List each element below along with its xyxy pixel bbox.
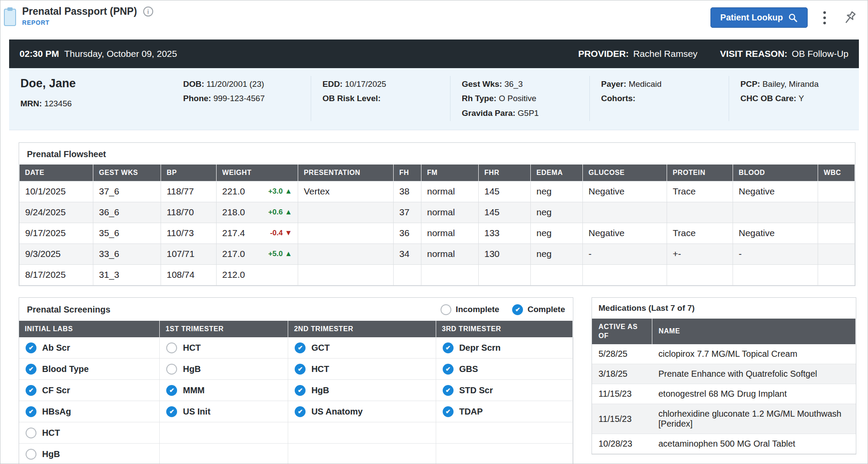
screenings-header-row: INITIAL LABS1ST TRIMESTER2ND TRIMESTER3R…	[19, 321, 573, 337]
screening-item: HCT	[26, 428, 153, 438]
visit-time: 02:30 PM	[20, 49, 59, 59]
flowsheet-column-header: BP	[161, 165, 217, 181]
report-type-label: REPORT	[22, 19, 153, 26]
cell-wbc	[818, 202, 855, 223]
screening-label: HgB	[42, 449, 60, 459]
cell-fm: normal	[421, 244, 479, 264]
screenings-column-header: 2ND TRIMESTER	[288, 321, 436, 337]
complete-icon: ✔	[166, 406, 177, 417]
cell-weight: 218.0+0.6 ▲	[217, 202, 298, 223]
field-value: G5P1	[518, 109, 539, 118]
field-label: CHC OB Care:	[740, 94, 799, 103]
screening-cell: ✔GCT	[288, 337, 436, 359]
patient-field: PCP: Bailey, Miranda	[740, 77, 848, 91]
screenings-column-header: INITIAL LABS	[19, 321, 160, 337]
cell-wbc	[818, 244, 855, 264]
complete-icon: ✔	[512, 304, 523, 315]
screening-label: US Init	[183, 407, 210, 417]
screening-cell	[288, 444, 436, 464]
legend-incomplete-label: Incomplete	[456, 305, 499, 314]
cell-fh: 37	[394, 202, 421, 223]
top-app-bar: Prenatal Passport (PNP) i REPORT Patient…	[0, 0, 868, 39]
complete-icon: ✔	[166, 385, 177, 396]
cell-glucose	[583, 264, 667, 285]
weight-value: 218.0	[222, 207, 245, 217]
screening-cell: ✔US Anatomy	[288, 401, 436, 422]
patient-lookup-button[interactable]: Patient Lookup	[710, 7, 808, 28]
field-value: Medicaid	[628, 79, 661, 89]
screening-item: ✔US Init	[166, 406, 281, 417]
patient-name: Doe, Jane	[20, 77, 161, 90]
cell-date: 10/1/2025	[20, 181, 93, 202]
field-label: Payer:	[601, 79, 628, 89]
screening-label: HBsAg	[42, 407, 71, 417]
weight-delta: +3.0 ▲	[268, 187, 292, 196]
visit-reason-label: VISIT REASON:	[720, 49, 787, 59]
cell-gest-wks: 31_3	[93, 264, 161, 285]
patient-field: CHC OB Care: Y	[740, 91, 848, 105]
screening-label: HCT	[42, 428, 60, 438]
cell-date: 8/17/2025	[20, 264, 93, 285]
info-icon[interactable]: i	[143, 7, 153, 16]
flowsheet-column-header: EDEMA	[531, 165, 583, 181]
mrn-label: MRN:	[20, 99, 42, 108]
weight-cell: 221.0+3.0 ▲	[222, 186, 292, 197]
cell-fhr: 145	[479, 181, 531, 202]
provider-label: PROVIDER:	[578, 49, 629, 59]
cell-weight: 212.0	[217, 264, 298, 285]
complete-icon: ✔	[295, 364, 306, 375]
patient-field: Gest Wks: 36_3	[462, 77, 578, 91]
incomplete-icon	[441, 304, 451, 315]
cell-fh: 38	[394, 181, 421, 202]
weight-cell: 217.0+5.0 ▲	[222, 249, 292, 259]
flowsheet-title: Prenatal Flowsheet	[19, 143, 855, 165]
field-label: Cohorts:	[601, 94, 635, 103]
screening-item: ✔HgB	[295, 385, 429, 396]
kebab-menu-icon[interactable]	[820, 10, 829, 26]
visit-reason-value: OB Follow-Up	[792, 49, 848, 59]
screening-cell: HCT	[19, 422, 160, 444]
patient-info-column: PCP: Bailey, MirandaCHC OB Care: Y	[729, 76, 859, 121]
incomplete-icon	[166, 342, 177, 353]
screening-item: ✔CF Scr	[26, 385, 153, 396]
screening-label: CF Scr	[42, 385, 70, 395]
col-active-as-of: ACTIVE AS OF	[592, 319, 652, 345]
cell-blood: -	[733, 244, 818, 264]
medication-row: 10/28/23acetaminophen 500 MG Oral Tablet	[592, 434, 856, 454]
medication-row: 5/28/25ciclopirox 7.7 MG/ML Topical Crea…	[592, 344, 856, 364]
screenings-title: Prenatal Screenings	[27, 305, 110, 315]
flowsheet-row: 9/24/202536_6118/70218.0+0.6 ▲37normal14…	[20, 202, 855, 223]
weight-cell: 218.0+0.6 ▲	[222, 207, 292, 217]
cell-fhr	[479, 264, 531, 285]
cell-wbc	[818, 264, 855, 285]
weight-cell: 217.4-0.4 ▼	[222, 228, 292, 238]
cell-protein	[667, 264, 733, 285]
screening-cell: ✔HBsAg	[19, 401, 160, 422]
flowsheet-row: 10/1/202537_6118/77221.0+3.0 ▲Vertex38no…	[20, 181, 855, 202]
field-value: 999-123-4567	[214, 94, 265, 103]
screening-item: HgB	[166, 364, 281, 375]
cell-date: 9/3/2025	[20, 244, 93, 264]
cell-active-as-of: 3/18/25	[592, 364, 652, 384]
weight-cell: 212.0	[222, 270, 292, 280]
screenings-row: HgB	[19, 444, 573, 464]
screening-cell: ✔Depr Scrn	[436, 337, 572, 359]
field-value: Y	[799, 94, 804, 103]
prenatal-flowsheet-panel: Prenatal Flowsheet DATEGEST WKSBPWEIGHTP…	[19, 142, 855, 286]
field-label: DOB:	[183, 79, 207, 89]
field-label: EDD:	[322, 79, 345, 89]
screenings-legend: Incomplete ✔ Complete	[441, 304, 565, 315]
pin-icon[interactable]	[842, 10, 858, 26]
patient-mrn: MRN: 123456	[20, 96, 161, 111]
visit-datetime: 02:30 PM Thursday, October 09, 2025	[20, 49, 177, 59]
cell-protein	[667, 202, 733, 223]
cell-gest-wks: 33_6	[93, 244, 161, 264]
cell-blood: Negative	[733, 181, 818, 202]
screening-label: HCT	[183, 343, 201, 353]
provider-field: PROVIDER: Rachel Ramsey	[578, 49, 697, 59]
screening-label: GCT	[311, 343, 329, 353]
cell-glucose	[583, 202, 667, 223]
cell-fm: normal	[421, 223, 479, 244]
patient-info-column: Payer: MedicaidCohorts:	[589, 76, 729, 121]
screenings-row: ✔Ab ScrHCT✔GCT✔Depr Scrn	[19, 337, 573, 359]
